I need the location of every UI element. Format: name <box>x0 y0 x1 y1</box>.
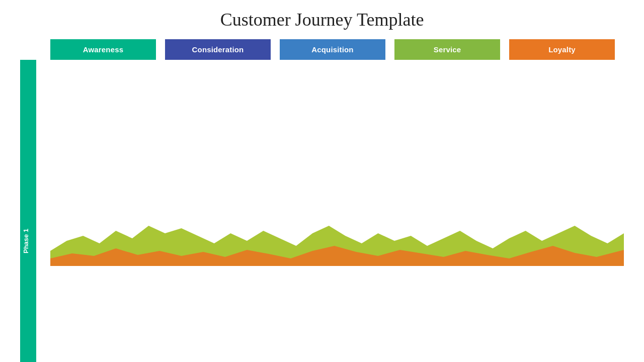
col-header-loyalty: Loyalty <box>509 39 624 60</box>
phase1-sidebar-cell: Phase 1 <box>20 60 50 362</box>
journey-table: Awareness Consideration Acquisition Serv… <box>20 39 624 362</box>
col-header-consideration: Consideration <box>165 39 280 60</box>
phase-col-header <box>20 39 50 60</box>
phase1-label: Phase 1 <box>20 60 36 362</box>
phase1-row: Phase 1 <box>20 60 624 362</box>
header-row: Awareness Consideration Acquisition Serv… <box>20 39 624 60</box>
page-title: Customer Journey Template <box>220 9 424 30</box>
col-header-service: Service <box>394 39 509 60</box>
phase1-chart <box>50 60 624 362</box>
col-header-acquisition: Acquisition <box>280 39 394 60</box>
col-header-awareness: Awareness <box>50 39 165 60</box>
